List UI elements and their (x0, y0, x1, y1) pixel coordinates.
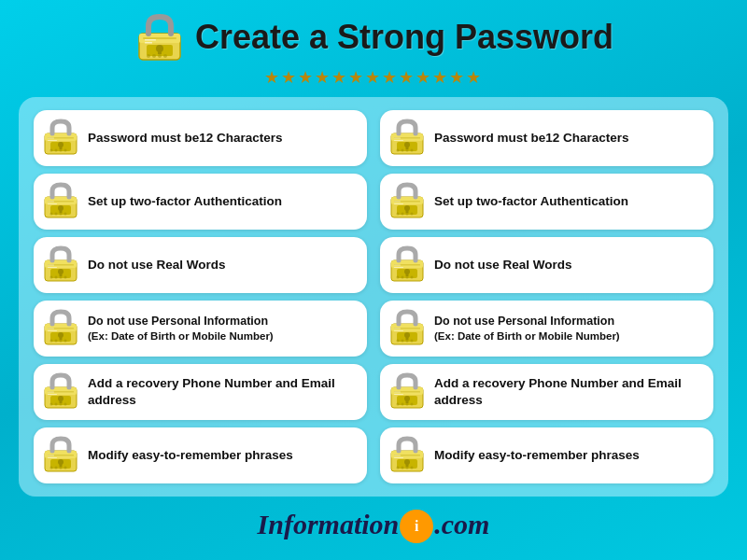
svg-point-57 (402, 213, 404, 216)
svg-rect-40 (60, 210, 63, 214)
header: Create a Strong Password (134, 11, 613, 63)
svg-rect-67 (48, 265, 54, 266)
svg-rect-127 (394, 392, 401, 393)
card-text: Modify easy-to-remember phrases (434, 447, 640, 464)
lock-icon (41, 371, 80, 413)
card-text: Password must be12 Characters (434, 130, 629, 147)
svg-rect-43 (48, 202, 54, 203)
svg-rect-115 (48, 392, 54, 393)
svg-point-93 (55, 340, 58, 343)
svg-rect-79 (394, 265, 401, 266)
svg-point-35 (411, 149, 414, 152)
svg-rect-18 (48, 140, 57, 141)
svg-rect-4 (158, 50, 162, 54)
card-text: Password must be12 Characters (88, 130, 283, 147)
svg-rect-148 (406, 464, 409, 468)
svg-rect-112 (60, 400, 63, 404)
svg-rect-150 (394, 457, 403, 458)
svg-rect-114 (48, 394, 57, 395)
svg-point-155 (411, 467, 414, 469)
stars-decoration: ★★★★★★★★★★★★★ (264, 67, 483, 88)
svg-rect-151 (394, 455, 401, 456)
svg-point-92 (50, 340, 53, 343)
svg-point-46 (60, 213, 63, 216)
svg-rect-16 (60, 147, 63, 150)
card-text: Add a recovery Phone Number and Email ad… (434, 375, 702, 408)
svg-point-9 (163, 54, 167, 58)
tip-card: Set up two-factor Authentication (34, 174, 367, 230)
page-title: Create a Strong Password (195, 18, 613, 57)
card-text: Set up two-factor Authentication (434, 193, 628, 210)
svg-point-152 (397, 467, 400, 469)
svg-point-94 (60, 340, 63, 343)
svg-point-56 (397, 213, 400, 216)
lock-icon (388, 117, 427, 160)
page: Create a Strong Password ★★★★★★★★★★★★★ P… (0, 0, 747, 560)
footer-brand: Informationi.com (258, 508, 490, 541)
card-text: Add a recovery Phone Number and Email ad… (88, 375, 356, 408)
svg-point-33 (402, 149, 404, 152)
svg-point-83 (411, 276, 414, 279)
card-text: Set up two-factor Authentication (88, 193, 282, 210)
svg-rect-54 (394, 203, 403, 204)
svg-point-23 (64, 149, 67, 152)
footer-q-icon: i (400, 510, 433, 543)
svg-rect-52 (406, 210, 409, 214)
lock-icon (388, 244, 427, 287)
card-text: Do not use Personal Information(Ex: Date… (434, 314, 620, 343)
tip-card: Modify easy-to-remember phrases (34, 427, 367, 483)
svg-rect-55 (394, 202, 401, 203)
svg-rect-124 (406, 400, 409, 404)
svg-point-68 (50, 276, 53, 279)
card-text: Do not use Personal Information(Ex: Date… (88, 314, 274, 343)
svg-point-7 (152, 54, 156, 58)
lock-icon (388, 180, 427, 223)
svg-point-44 (50, 213, 53, 216)
card-text: Do not use Real Words (434, 257, 572, 273)
svg-point-116 (50, 403, 53, 406)
svg-point-80 (397, 276, 400, 279)
svg-point-95 (64, 340, 67, 343)
svg-rect-31 (394, 138, 401, 139)
svg-point-22 (60, 149, 63, 152)
lock-icon (388, 434, 427, 477)
svg-point-107 (411, 340, 414, 343)
svg-point-32 (397, 149, 400, 152)
svg-rect-126 (394, 394, 403, 395)
svg-rect-90 (48, 330, 57, 331)
tip-card: Do not use Personal Information(Ex: Date… (380, 301, 713, 357)
svg-point-129 (402, 403, 404, 406)
svg-point-81 (402, 276, 404, 279)
header-lock-icon (134, 11, 186, 63)
tip-card: Add a recovery Phone Number and Email ad… (34, 364, 367, 420)
svg-point-106 (406, 340, 409, 343)
svg-rect-139 (48, 455, 54, 456)
svg-point-154 (406, 467, 409, 469)
svg-point-131 (411, 403, 414, 406)
lock-icon (388, 307, 427, 350)
svg-rect-103 (394, 329, 401, 329)
svg-point-140 (50, 467, 53, 469)
tips-grid: Password must be12 Characters Password m… (19, 97, 728, 497)
svg-rect-19 (48, 138, 54, 139)
lock-icon (388, 371, 427, 413)
card-text: Modify easy-to-remember phrases (88, 447, 293, 464)
svg-point-34 (406, 149, 409, 152)
svg-rect-136 (60, 464, 63, 468)
tip-card: Add a recovery Phone Number and Email ad… (380, 364, 713, 420)
svg-rect-100 (406, 337, 409, 341)
card-text: Do not use Real Words (88, 257, 226, 273)
footer-suffix: .com (434, 509, 489, 540)
svg-point-128 (397, 403, 400, 406)
svg-point-130 (406, 403, 409, 406)
svg-point-105 (402, 340, 404, 343)
svg-point-69 (55, 276, 58, 279)
svg-point-119 (64, 403, 67, 406)
svg-rect-102 (394, 330, 403, 331)
svg-point-58 (406, 213, 409, 216)
svg-point-59 (411, 213, 414, 216)
footer-prefix: Information (258, 509, 400, 540)
svg-point-153 (402, 467, 404, 469)
lock-icon (41, 307, 80, 350)
svg-rect-64 (60, 273, 63, 277)
